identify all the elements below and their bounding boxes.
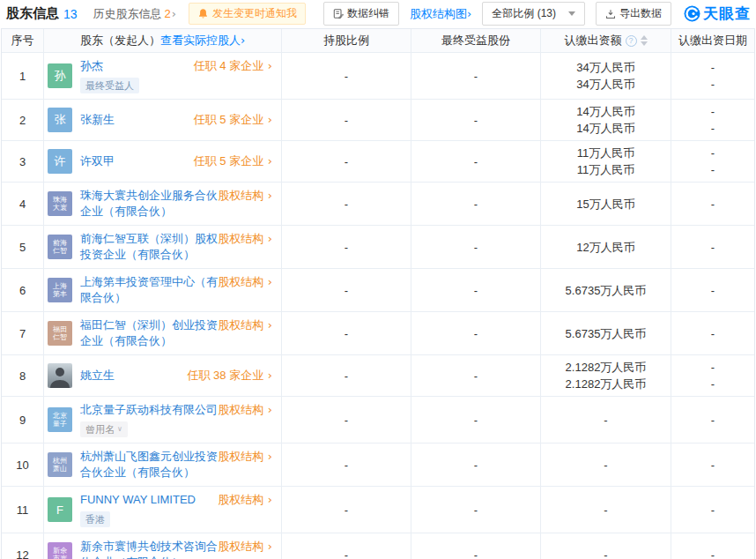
- avatar[interactable]: [48, 363, 72, 388]
- bell-icon: [197, 8, 209, 19]
- equity-structure-link[interactable]: 股权结构 ›: [218, 188, 272, 204]
- shareholder-cell: 新余市寰 新余市寰博共创技术咨询合伙企业（有限合伙） 股权结构 ›: [44, 533, 282, 559]
- chevron-down-icon: [568, 11, 575, 16]
- col-header-no: 序号: [2, 29, 44, 52]
- table-body: 1 孙 孙杰 任职 4 家企业 › 最终受益人 - - 34万人民币34万人民币…: [2, 53, 754, 559]
- subscribed-date-cell: -: [671, 183, 754, 225]
- subscribed-amount-cell: 2.1282万人民币2.1282万人民币: [541, 355, 671, 396]
- notify-on-change-button[interactable]: 发生变更时通知我: [189, 3, 306, 25]
- chevron-right-icon: ›: [268, 154, 272, 168]
- shareholder-name-link[interactable]: 北京量子跃动科技有限公司: [80, 402, 218, 418]
- benefit-shares-cell: -: [411, 355, 541, 396]
- avatar[interactable]: 前海仁智: [48, 235, 72, 259]
- col-header-ratio: 持股比例: [282, 29, 411, 52]
- shareholder-name-link[interactable]: 许双甲: [80, 153, 115, 169]
- subscribed-amount-cell: 14万人民币14万人民币: [541, 100, 671, 140]
- chevron-right-icon: ›: [268, 403, 272, 416]
- equity-structure-link[interactable]: 股权结构 ›: [218, 274, 272, 290]
- avatar[interactable]: F: [48, 497, 72, 522]
- avatar[interactable]: 杭州萧山: [48, 452, 72, 477]
- chevron-down-icon: ∨: [117, 423, 122, 436]
- benefit-shares-cell: -: [411, 443, 541, 486]
- avatar[interactable]: 北京量子: [48, 407, 72, 432]
- chevron-right-icon: ›: [172, 7, 176, 20]
- shareholder-tag[interactable]: 曾用名∨: [80, 421, 128, 437]
- table-row: 6 上海第丰 上海第丰投资管理中心（有限合伙） 股权结构 › - - 5.673…: [2, 269, 754, 312]
- shareholder-name-link[interactable]: 福田仁智（深圳）创业投资企业（有限合伙）: [80, 317, 218, 349]
- tenure-companies-link[interactable]: 任职 38 家企业 ›: [187, 368, 272, 384]
- equity-structure-link[interactable]: 股权结构 ›: [218, 449, 272, 465]
- export-data-button[interactable]: 导出数据: [596, 2, 671, 26]
- ratio-filter-dropdown[interactable]: 全部比例 (13): [482, 2, 585, 26]
- shareholder-name-link[interactable]: FUNNY WAY LIMITED: [80, 492, 196, 508]
- row-number: 11: [2, 487, 44, 533]
- shareholder-tag[interactable]: 最终受益人: [80, 78, 139, 93]
- chevron-right-icon: ›: [268, 189, 272, 202]
- equity-structure-link[interactable]: 股权结构 ›: [218, 317, 272, 333]
- shareholder-name-link[interactable]: 姚立生: [80, 368, 115, 384]
- subscribed-date-cell: -: [671, 443, 754, 486]
- avatar[interactable]: 珠海大寰: [48, 191, 72, 216]
- view-actual-controller-link[interactable]: 查看实际控股人›: [160, 33, 245, 48]
- topbar-actions: 数据纠错 股权结构图› 全部比例 (13) 导出数据 天眼查: [323, 2, 751, 26]
- benefit-shares-cell: -: [411, 183, 541, 225]
- benefit-shares-cell: -: [411, 100, 541, 140]
- avatar[interactable]: 上海第丰: [48, 278, 72, 302]
- subscribed-date-cell: -: [671, 533, 754, 559]
- benefit-shares-cell: -: [411, 53, 541, 99]
- shareholder-name-link[interactable]: 前海仁智互联（深圳）股权投资企业（有限合伙）: [80, 231, 218, 263]
- tianyancha-logo-text: 天眼查: [703, 4, 751, 24]
- subscribed-amount-cell: -: [541, 487, 671, 533]
- benefit-shares-cell: -: [411, 269, 541, 311]
- subscribed-date-cell: -: [671, 312, 754, 354]
- equity-structure-link[interactable]: 股权结构 ›: [218, 231, 272, 247]
- table-row: 9 北京量子 北京量子跃动科技有限公司 股权结构 › 曾用名∨ - - - -: [2, 397, 754, 443]
- chevron-right-icon: ›: [268, 450, 272, 463]
- table-row: 8 姚立生 任职 38 家企业 › - - 2.1282万人民币2.1282万人…: [2, 355, 754, 397]
- shareholder-cell: 上海第丰 上海第丰投资管理中心（有限合伙） 股权结构 ›: [44, 269, 282, 311]
- avatar[interactable]: 许: [48, 149, 72, 174]
- col-header-date: 认缴出资日期: [671, 29, 754, 52]
- chevron-right-icon: ›: [241, 34, 245, 47]
- avatar[interactable]: 孙: [48, 63, 72, 88]
- table-row: 2 张 张新生 任职 5 家企业 › - - 14万人民币14万人民币 --: [2, 100, 754, 141]
- topbar: 股东信息 13 历史股东信息2› 发生变更时通知我 数据纠错 股权结构图› 全部…: [0, 0, 756, 28]
- tooltip-question-icon[interactable]: ?: [626, 35, 637, 47]
- tenure-companies-link[interactable]: 任职 4 家企业 ›: [194, 58, 272, 74]
- shareholder-name-link[interactable]: 杭州萧山飞图鑫元创业投资合伙企业（有限合伙）: [80, 449, 218, 481]
- tenure-companies-link[interactable]: 任职 5 家企业 ›: [194, 112, 272, 128]
- history-shareholders-link[interactable]: 历史股东信息2›: [93, 6, 176, 22]
- benefit-shares-cell: -: [411, 397, 541, 443]
- equity-structure-chart-link[interactable]: 股权结构图›: [410, 6, 471, 22]
- shareholder-tag[interactable]: 香港: [80, 511, 110, 527]
- download-icon: [605, 9, 616, 19]
- sort-icon[interactable]: [641, 35, 648, 46]
- tianyancha-logo-icon: [684, 5, 700, 22]
- equity-structure-link[interactable]: 股权结构 ›: [218, 402, 272, 418]
- ratio-cell: -: [282, 100, 411, 140]
- subscribed-date-cell: --: [671, 100, 754, 140]
- row-number: 6: [2, 269, 44, 311]
- equity-structure-link[interactable]: 股权结构 ›: [218, 492, 272, 508]
- avatar[interactable]: 张: [48, 108, 72, 132]
- benefit-shares-cell: -: [411, 533, 541, 559]
- equity-structure-link[interactable]: 股权结构 ›: [218, 539, 272, 555]
- tenure-companies-link[interactable]: 任职 5 家企业 ›: [194, 153, 272, 169]
- avatar[interactable]: 新余市寰: [48, 542, 72, 559]
- shareholder-name-link[interactable]: 孙杰: [80, 58, 103, 74]
- benefit-shares-cell: -: [411, 226, 541, 268]
- shareholder-name-link[interactable]: 新余市寰博共创技术咨询合伙企业（有限合伙）: [80, 539, 218, 559]
- subscribed-date-cell: -: [671, 269, 754, 311]
- shareholder-cell: 北京量子 北京量子跃动科技有限公司 股权结构 › 曾用名∨: [44, 397, 282, 443]
- avatar[interactable]: 福田仁智: [48, 321, 72, 346]
- row-number: 1: [2, 53, 44, 99]
- shareholder-name-link[interactable]: 张新生: [80, 112, 115, 128]
- ratio-cell: -: [282, 183, 411, 225]
- row-number: 4: [2, 183, 44, 225]
- shareholder-cell: 张 张新生 任职 5 家企业 ›: [44, 100, 282, 140]
- chevron-right-icon: ›: [268, 369, 272, 382]
- chevron-right-icon: ›: [268, 275, 272, 288]
- shareholder-name-link[interactable]: 珠海大寰共创企业服务合伙企业（有限合伙）: [80, 188, 218, 220]
- data-correction-button[interactable]: 数据纠错: [323, 2, 399, 26]
- shareholder-name-link[interactable]: 上海第丰投资管理中心（有限合伙）: [80, 274, 218, 306]
